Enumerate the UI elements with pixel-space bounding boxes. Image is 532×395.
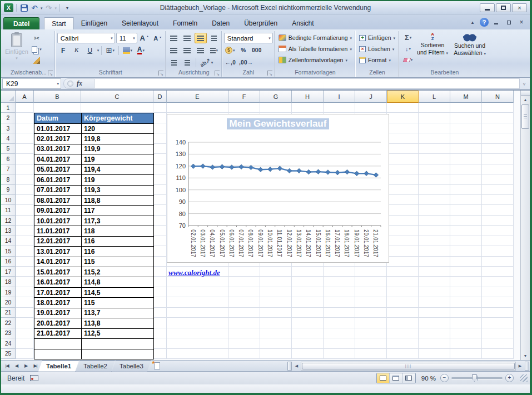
- column-header-g[interactable]: G: [260, 91, 292, 103]
- row-header-7[interactable]: 7: [1, 164, 16, 174]
- font-dialog-launcher[interactable]: [158, 71, 163, 76]
- row-header-22[interactable]: 22: [1, 318, 16, 328]
- column-header-f[interactable]: F: [228, 91, 260, 103]
- grid-cell[interactable]: [355, 349, 387, 359]
- grid-cell[interactable]: [482, 328, 514, 338]
- grid-cell[interactable]: [419, 297, 450, 307]
- table-cell[interactable]: 14.01.2017: [34, 257, 82, 267]
- grid-cell[interactable]: [482, 297, 514, 307]
- scroll-down-button[interactable]: ▼: [521, 352, 530, 360]
- sheet-tab-tabelle1[interactable]: Tabelle1: [38, 361, 79, 372]
- grid-cell[interactable]: [482, 174, 514, 184]
- grid-cell[interactable]: [450, 297, 482, 307]
- zoom-level[interactable]: 90 %: [421, 375, 436, 382]
- insert-function-button[interactable]: fx: [77, 79, 82, 88]
- grid-cell[interactable]: [419, 133, 450, 143]
- row-header-25[interactable]: 25: [1, 349, 16, 359]
- row-header-4[interactable]: 4: [1, 133, 16, 143]
- row-header-3[interactable]: 3: [1, 123, 16, 133]
- grid-cell[interactable]: [387, 308, 419, 318]
- grid-cell[interactable]: [387, 349, 419, 359]
- table-cell[interactable]: 20.01.2017: [34, 318, 82, 328]
- grid-cell[interactable]: [153, 144, 167, 154]
- grid-cell[interactable]: [482, 154, 514, 164]
- grid-cell[interactable]: [387, 133, 419, 143]
- copy-button[interactable]: ▾: [31, 44, 43, 54]
- table-cell[interactable]: 04.01.2017: [34, 154, 82, 164]
- row-header-11[interactable]: 11: [1, 205, 16, 215]
- grid-cell[interactable]: [16, 195, 34, 205]
- grid-cell[interactable]: [419, 123, 450, 133]
- table-cell-empty[interactable]: [34, 349, 82, 359]
- grid-cell[interactable]: [419, 195, 450, 205]
- zoom-out-button[interactable]: −: [440, 374, 449, 382]
- table-cell[interactable]: 112,5: [82, 329, 154, 339]
- find-select-button[interactable]: Suchen und Auswählen ▾: [451, 31, 489, 56]
- expand-formula-bar-button[interactable]: ▿: [520, 78, 529, 89]
- paste-button[interactable]: Einfügen ▾: [4, 31, 29, 60]
- table-cell[interactable]: 117: [82, 206, 154, 216]
- grid-cell[interactable]: [292, 267, 324, 277]
- grid-cell[interactable]: [324, 267, 355, 277]
- grid-cell[interactable]: [419, 349, 450, 359]
- grid-cell[interactable]: [260, 349, 292, 359]
- clipboard-dialog-launcher[interactable]: [48, 71, 53, 76]
- grid-cell[interactable]: [387, 267, 419, 277]
- grid-cell[interactable]: [153, 349, 167, 359]
- grid-cell[interactable]: [16, 216, 34, 226]
- cut-button[interactable]: ✂: [31, 33, 43, 43]
- save-button[interactable]: [19, 3, 28, 13]
- row-header-2[interactable]: 2: [1, 113, 16, 123]
- table-cell[interactable]: 119,4: [82, 165, 154, 175]
- orientation-button[interactable]: ab↗▾: [198, 57, 215, 68]
- workbook-close-button[interactable]: ×: [516, 18, 527, 27]
- grid-cell[interactable]: [450, 174, 482, 184]
- table-cell[interactable]: 07.01.2017: [34, 186, 82, 196]
- column-header-k[interactable]: K: [387, 91, 419, 103]
- table-cell[interactable]: 119,9: [82, 144, 154, 154]
- grid-cell[interactable]: [482, 246, 514, 256]
- grid-cell[interactable]: [16, 308, 34, 318]
- minimize-button[interactable]: [480, 3, 495, 12]
- grid-cell[interactable]: [355, 318, 387, 328]
- tab-formeln[interactable]: Formeln: [166, 17, 205, 29]
- grid-cell[interactable]: [387, 216, 419, 226]
- table-cell[interactable]: 15.01.2017: [34, 267, 82, 277]
- table-cell[interactable]: 05.01.2017: [34, 165, 82, 175]
- grid-cell[interactable]: [419, 246, 450, 256]
- grid-cell[interactable]: [167, 103, 228, 113]
- grid-cell[interactable]: [167, 297, 228, 307]
- grid-cell[interactable]: [387, 113, 419, 123]
- grid-cell[interactable]: [324, 297, 355, 307]
- align-center-button[interactable]: [181, 45, 193, 56]
- grid-cell[interactable]: [387, 185, 419, 195]
- grid-cell[interactable]: [387, 318, 419, 328]
- grid-cell[interactable]: [16, 103, 34, 113]
- table-header-cell[interactable]: Körpergewicht: [82, 113, 154, 123]
- tab-daten[interactable]: Daten: [205, 17, 237, 29]
- grid-cell[interactable]: [16, 174, 34, 184]
- table-cell[interactable]: 114,8: [82, 277, 154, 287]
- grid-cell[interactable]: [482, 113, 514, 123]
- table-cell[interactable]: 02.01.2017: [34, 134, 82, 144]
- grid-cell[interactable]: [324, 287, 355, 297]
- row-header-10[interactable]: 10: [1, 195, 16, 205]
- row-header-9[interactable]: 9: [1, 185, 16, 195]
- grid-cell[interactable]: [387, 195, 419, 205]
- percent-format-button[interactable]: %: [237, 45, 250, 56]
- column-header-a[interactable]: A: [16, 91, 34, 103]
- grid-cell[interactable]: [16, 236, 34, 246]
- grid-cell[interactable]: [228, 328, 260, 338]
- grid-cell[interactable]: [387, 287, 419, 297]
- collapse-ribbon-button[interactable]: ▴: [467, 18, 478, 27]
- grid-cell[interactable]: [228, 287, 260, 297]
- grid-cell[interactable]: [387, 164, 419, 174]
- table-cell[interactable]: 10.01.2017: [34, 216, 82, 226]
- decrease-decimal-button[interactable]: ,00→: [238, 57, 254, 68]
- grid-cell[interactable]: [153, 205, 167, 215]
- caloright-link[interactable]: www.caloright.de: [168, 268, 220, 277]
- grid-cell[interactable]: [153, 113, 167, 123]
- wrap-text-button[interactable]: [208, 33, 220, 43]
- grid-cell[interactable]: [419, 287, 450, 297]
- tab-start[interactable]: Start: [44, 17, 73, 29]
